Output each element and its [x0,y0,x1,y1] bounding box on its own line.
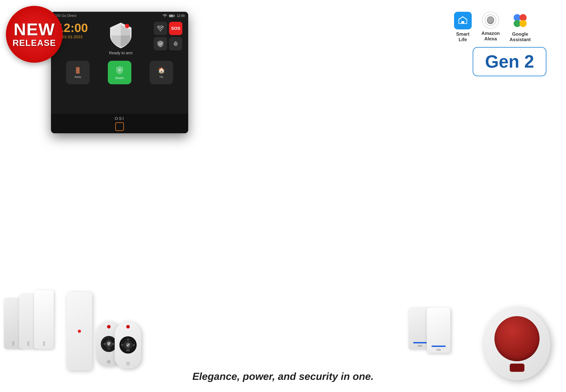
amazon-alexa-item: Amazon Alexa [481,12,500,42]
main-control-panel: OSI Go Direct 12:00 [51,12,188,133]
remote-2: SOS [115,322,141,368]
panel-screen: OSI Go Direct 12:00 [51,12,188,118]
svg-rect-32 [121,344,123,346]
status-bar: OSI Go Direct 12:00 [51,12,188,20]
svg-point-10 [118,69,121,71]
svg-rect-12 [461,21,464,24]
home-icon: 🏠 [158,67,165,74]
shield-icon [108,22,133,49]
shield-container: Ready to arm [108,22,133,55]
top-row: 12:00 01-01-2023 [55,22,184,55]
screen-content: 12:00 01-01-2023 [51,20,188,86]
svg-text:SOS: SOS [127,350,129,351]
svg-point-5 [125,24,129,28]
ready-text: Ready to arm [109,51,132,55]
app-name: OSI Go Direct [55,14,76,18]
remote-bottom-btn-1 [107,360,111,364]
alexa-icon [482,12,499,29]
svg-rect-29 [127,338,129,340]
remote-controls: 🛡 SOS SOS [96,322,141,368]
remote-bottom-btn-2 [126,362,130,366]
svg-point-16 [488,17,493,23]
pir-blue-bar-2 [432,346,446,347]
disarm-label: Disarm [115,76,124,80]
svg-point-26 [112,343,114,345]
remote-led-2 [126,325,130,328]
smart-life-item: Smart Life [454,12,472,42]
smart-life-label: Smart Life [456,31,469,42]
pir-blue-bar-1 [413,342,427,343]
siren-dome [495,316,539,361]
new-text: NEW [14,21,55,38]
osi-logo: OSI [115,116,125,121]
svg-rect-33 [133,344,135,346]
away-button[interactable]: 🚪 Away [66,61,90,84]
google-assistant-icon [511,12,529,29]
svg-rect-1 [174,15,175,16]
home-button[interactable]: 🏠 Ho [150,61,173,84]
disarm-icon [115,66,124,75]
status-icons: 12:00 [163,14,185,18]
settings-button[interactable] [169,37,182,50]
gen2-label: Gen 2 [485,52,534,71]
sos-label: SOS [171,26,180,31]
panel-bottom: OSI [51,114,188,133]
action-row: 🚪 Away Disarm 🏠 Ho [55,61,184,84]
pir-label-1: OSI [418,344,422,347]
pir-sensor-2: OSI [427,308,450,353]
remote-keypad-2: SOS [119,336,137,354]
smart-life-icon [454,12,472,29]
google-assistant-label: Google Assistant [509,31,531,42]
arm-button[interactable] [154,37,167,50]
svg-point-20 [520,20,527,27]
siren-device [484,308,550,380]
alexa-label: Amazon Alexa [481,30,500,42]
sensor-stack-left: OSI OSI OSI [4,290,54,349]
away-icon: 🚪 [74,67,81,74]
door-sensor [67,292,92,370]
red-dot-indicator [78,330,81,333]
orange-home-button[interactable] [115,122,124,131]
new-release-badge: NEW RELEASE [6,6,63,63]
pir-sensors-section: OSI OSI [409,308,450,353]
svg-text:🛡: 🛡 [108,339,110,341]
svg-point-25 [103,343,105,345]
signal-button[interactable] [154,22,167,35]
svg-point-6 [160,30,161,31]
battery-icon [169,14,175,17]
assistant-icons-section: Smart Life Amazon Alexa G [454,12,531,42]
google-assistant-item: Google Assistant [509,12,531,42]
disarm-button[interactable]: Disarm [108,61,131,84]
pir-label-2: OSI [436,348,441,351]
away-label: Away [74,75,81,78]
sos-button[interactable]: SOS [169,22,182,35]
svg-rect-2 [169,15,173,17]
gen2-badge: Gen 2 [473,47,546,76]
status-time: 12:00 [177,14,185,18]
remote-keypad-1: 🛡 SOS [101,336,117,352]
remote-led-1 [107,325,111,328]
release-text: RELEASE [13,38,56,48]
btn-row-1: SOS [154,22,182,35]
tagline: Elegance, power, and security in one. [192,370,374,382]
svg-text:SOS: SOS [107,348,110,350]
btn-row-2 [154,37,182,50]
siren-activation-button[interactable] [510,364,524,372]
wifi-icon [163,14,167,17]
right-buttons: SOS [154,22,182,50]
home-label: Ho [160,75,163,78]
sensor-card-3: OSI [34,290,54,349]
